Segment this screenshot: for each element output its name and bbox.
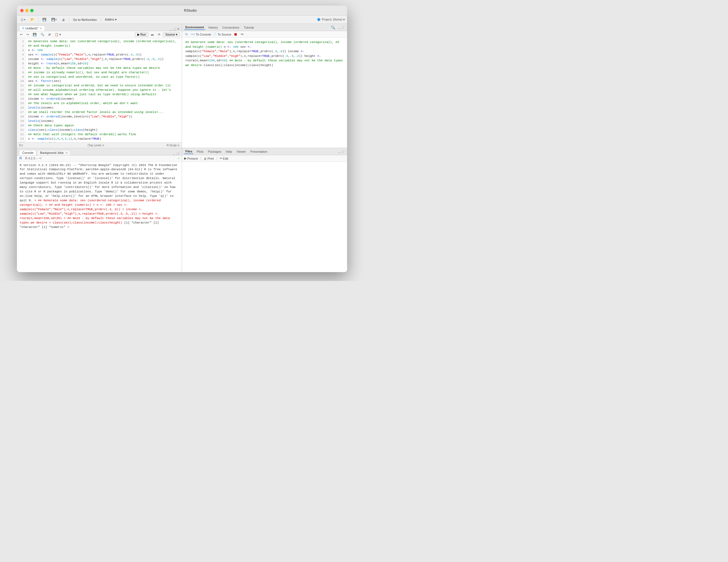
stop-btn[interactable]: ⏹ [233, 32, 238, 37]
code-area[interactable]: 12345 678910 1112131415 1617181920 21222… [17, 38, 182, 142]
source-with-echo-btn[interactable]: ⟳ [156, 32, 162, 37]
replace-btn[interactable]: ⇄ [47, 32, 52, 37]
tab-plots[interactable]: Plots [196, 149, 204, 154]
env-panel-tabs: Environment History Connections Tutorial… [182, 24, 347, 31]
line-numbers: 12345 678910 1112131415 1617181920 21222… [17, 38, 26, 142]
present-btn[interactable]: ▶ Present [184, 157, 198, 160]
r-icon: R [19, 156, 23, 160]
project-name: Project: (None) ▾ [322, 18, 345, 21]
editor-status-bar: 9:1 (Top Level) ≎ R Script ≎ [17, 142, 182, 148]
re-run-btn[interactable]: ⏭ [150, 33, 155, 37]
addins-btn[interactable]: Addins ▾ [103, 17, 118, 22]
to-console-label: To Console [196, 33, 211, 36]
console-collapse-btn[interactable]: _ ⬜ [173, 152, 180, 155]
toolbar-separator-3 [101, 17, 101, 22]
tab-console[interactable]: Console [19, 150, 36, 155]
edit-label: Edit [223, 157, 228, 160]
editor-tab-label: Untitled1* [25, 27, 39, 30]
editor-toolbar: ↩ ↪ 💾 🔍 ⇄ 📋 ▾ ▶ Run ⏭ ⟳ Source ▾ [17, 31, 182, 38]
console-tabs: Console Background Jobs ✕ _ ⬜ [17, 148, 182, 155]
left-panel: R Untitled1* ✕ _ ⬜ ✕ ↩ ↪ 💾 🔍 ⇄ 📋 ▾ ▶ Run [17, 24, 182, 272]
tab-packages[interactable]: Packages [207, 149, 223, 154]
toolbar-separator-1 [38, 17, 39, 22]
check-btn[interactable]: ✓ [178, 157, 180, 160]
edit-btn[interactable]: ✏ [240, 32, 245, 37]
go-to-file-label: Go to file/function [73, 18, 97, 21]
files-panel-tabs: Files Plots Packages Help Viewer Present… [182, 148, 347, 155]
print-icon: 🖨 [204, 157, 207, 160]
print-btn[interactable]: 🖨 Print [204, 157, 214, 160]
right-panel: Environment History Connections Tutorial… [182, 24, 347, 272]
addins-label: Addins ▾ [105, 18, 117, 21]
search-btn[interactable]: 🔍 [39, 32, 46, 37]
tab-viewer[interactable]: Viewer [235, 149, 247, 154]
tab-tutorial[interactable]: Tutorial [243, 25, 255, 30]
run-btn[interactable]: ▶ Run [135, 32, 148, 37]
editor-section: R Untitled1* ✕ _ ⬜ ✕ ↩ ↪ 💾 🔍 ⇄ 📋 ▾ ▶ Run [17, 24, 182, 148]
print-btn[interactable]: 🖨 [60, 17, 67, 22]
toolbar-separator-2 [69, 17, 69, 22]
window-title: RStudio [37, 8, 344, 12]
present-icon: ▶ [184, 157, 186, 160]
env-collapse-btn[interactable]: _ ⬜ [338, 26, 345, 29]
console-tab-label: Console [22, 151, 33, 154]
maximize-button[interactable] [30, 9, 34, 12]
main-toolbar: ◻ ▾ 📂 💾 💾+ 🖨 Go to file/function Addins … [17, 16, 347, 24]
scope-indicator: (Top Level) ≎ [88, 144, 104, 147]
tab-files[interactable]: Files [184, 149, 193, 154]
bottom-right-panel: Files Plots Packages Help Viewer Present… [182, 148, 347, 272]
editor-collapse-btn[interactable]: _ ⬜ ✕ [170, 27, 180, 31]
minimize-button[interactable] [25, 9, 29, 12]
bgjobs-tab-label: Background Jobs [40, 151, 64, 154]
files-toolbar-sep-1 [201, 157, 201, 160]
to-source-label: To Source [218, 33, 231, 36]
run-label: ▶ Run [137, 33, 146, 36]
traffic-lights [20, 9, 34, 12]
tab-help[interactable]: Help [225, 149, 233, 154]
tab-connections[interactable]: Connections [221, 25, 240, 30]
console-content[interactable]: R version 4.2.3 (2023-03-15) -- "Shortst… [17, 162, 182, 272]
to-source-btn[interactable]: 📄 To Source [213, 32, 231, 36]
present-label: Present [187, 157, 198, 160]
env-panel-toolbar: ↻ ⟹ To Console 📄 To Source ⏹ ✏ [182, 31, 347, 38]
save-btn[interactable]: 💾 [41, 17, 48, 22]
new-file-btn[interactable]: ◻ ▾ [19, 17, 27, 22]
env-search-btn[interactable]: 🔍 [330, 25, 336, 30]
code-content[interactable]: ## Generate some data: sex (unordered ca… [26, 38, 182, 142]
source-output: ## Generate some data: sex (unordered ca… [182, 38, 347, 70]
save-all-btn[interactable]: 💾+ [50, 17, 59, 22]
refresh-btn[interactable]: ↻ [184, 32, 189, 37]
main-area: R Untitled1* ✕ _ ⬜ ✕ ↩ ↪ 💾 🔍 ⇄ 📋 ▾ ▶ Run [17, 24, 347, 272]
undo-btn[interactable]: ↩ [19, 32, 24, 37]
source-btn[interactable]: Source ▾ [163, 32, 180, 37]
code-tools-btn[interactable]: 📋 ▾ [53, 32, 62, 37]
edit-icon: ✏ [220, 157, 222, 160]
top-right-panel: Environment History Connections Tutorial… [182, 24, 347, 148]
to-console-btn[interactable]: ⟹ To Console [191, 32, 211, 36]
tab-history[interactable]: History [207, 25, 219, 30]
files-content-area [182, 162, 347, 272]
titlebar: RStudio [17, 6, 347, 16]
files-collapse-btn[interactable]: _ ⬜ [338, 150, 345, 153]
open-file-btn[interactable]: 📂 [29, 17, 36, 22]
tab-presentation[interactable]: Presentation [249, 149, 269, 154]
env-content-area: ## Generate some data: sex (unordered ca… [182, 38, 347, 148]
rstudio-window: RStudio ◻ ▾ 📂 💾 💾+ 🖨 Go to file/function… [17, 6, 347, 272]
print-label: Print [208, 157, 214, 160]
console-toolbar: R R 4.2.3 -- ~/ ✓ [17, 155, 182, 162]
project-label[interactable]: 🔷 Project: (None) ▾ [317, 18, 345, 21]
script-type: R Script ≎ [167, 144, 180, 147]
editor-tab-untitled1[interactable]: R Untitled1* ✕ [19, 26, 45, 31]
files-panel-toolbar: ▶ Present 🖨 Print ✏ Edit [182, 155, 347, 162]
tab-environment[interactable]: Environment [184, 25, 205, 30]
cursor-position: 9:1 [19, 144, 23, 147]
close-button[interactable] [20, 9, 24, 12]
source-label: Source ▾ [165, 33, 178, 36]
redo-btn[interactable]: ↪ [25, 32, 30, 37]
files-toolbar-sep-2 [217, 157, 217, 160]
edit-file-btn[interactable]: ✏ Edit [220, 157, 228, 160]
go-to-file-btn[interactable]: Go to file/function [71, 17, 98, 22]
editor-save-btn[interactable]: 💾 [31, 32, 38, 37]
console-section: Console Background Jobs ✕ _ ⬜ R R 4.2.3 … [17, 148, 182, 272]
tab-background-jobs[interactable]: Background Jobs ✕ [37, 150, 71, 155]
